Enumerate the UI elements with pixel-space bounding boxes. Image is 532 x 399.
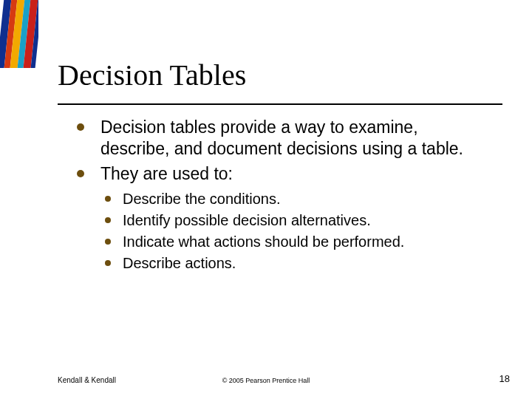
footer-page-number: 18 [499, 373, 510, 384]
bullet-level1: They are used to: Describe the condition… [74, 163, 488, 273]
corner-art [0, 0, 38, 68]
bullet-level2: Identify possible decision alternatives. [100, 211, 488, 231]
slide-body: Decision tables provide a way to examine… [74, 117, 488, 276]
slide: Decision Tables Decision tables provide … [0, 0, 532, 399]
slide-title: Decision Tables [58, 58, 246, 92]
bullet-level2: Indicate what actions should be performe… [100, 232, 488, 252]
bullet-level1-text: They are used to: [100, 164, 233, 183]
bullet-level2: Describe actions. [100, 253, 488, 273]
title-underline [58, 103, 502, 105]
bullet-level2: Describe the conditions. [100, 189, 488, 209]
bullet-level1: Decision tables provide a way to examine… [74, 117, 488, 160]
footer-copyright: © 2005 Pearson Prentice Hall [0, 377, 532, 384]
